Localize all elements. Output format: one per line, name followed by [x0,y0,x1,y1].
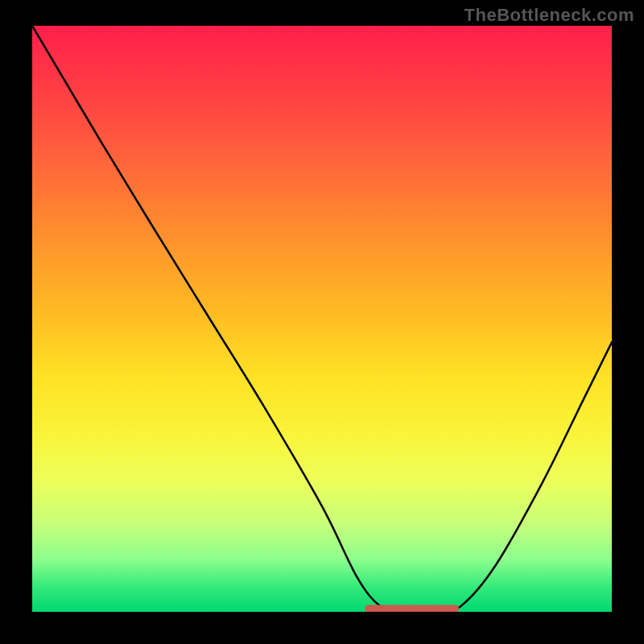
chart-frame: TheBottleneck.com [0,0,644,644]
curve-layer [32,26,612,612]
bottleneck-curve [32,26,612,612]
watermark-text: TheBottleneck.com [464,5,634,26]
plot-area [32,26,612,612]
